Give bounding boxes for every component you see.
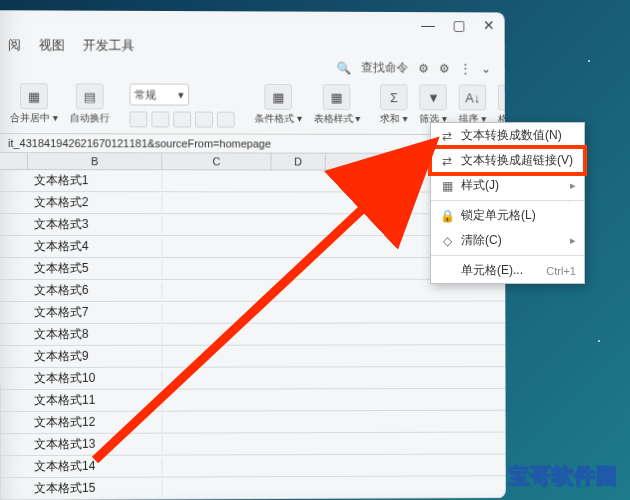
- wrap-text-label: 自动换行: [70, 111, 110, 125]
- cell[interactable]: 文本格式1: [28, 172, 162, 189]
- menu-icon[interactable]: ⋮: [460, 61, 472, 75]
- maximize-button[interactable]: ▢: [453, 17, 466, 33]
- chevron-down-icon[interactable]: ▾: [403, 113, 408, 124]
- titlebar: — ▢ ✕: [0, 10, 505, 38]
- close-button[interactable]: ✕: [483, 17, 495, 33]
- chevron-down-icon[interactable]: ▾: [297, 113, 302, 124]
- text-to-hyperlink-icon: ⇄: [439, 154, 455, 168]
- number-format-select[interactable]: 常规▾: [129, 84, 189, 106]
- select-all-corner[interactable]: [0, 153, 28, 169]
- cell[interactable]: 文本格式13: [28, 436, 163, 453]
- cell[interactable]: 文本格式5: [28, 260, 162, 277]
- clear-icon: ◇: [439, 234, 455, 248]
- table-row[interactable]: 文本格式7: [0, 302, 505, 324]
- gear-icon[interactable]: ⚙: [439, 61, 450, 75]
- search-icon: 🔍: [336, 61, 351, 75]
- search-input[interactable]: 查找命令: [361, 59, 408, 76]
- tab-read[interactable]: 阅: [8, 36, 21, 54]
- merge-center-icon[interactable]: ▦: [20, 83, 48, 109]
- cell[interactable]: 文本格式14: [28, 458, 163, 475]
- menu-style[interactable]: ▦ 样式(J) ▸: [431, 173, 584, 198]
- decrease-decimal-icon[interactable]: [217, 112, 235, 128]
- wrap-text-icon[interactable]: ▤: [76, 83, 104, 109]
- conditional-format-icon[interactable]: ▦: [264, 84, 292, 110]
- cell[interactable]: 文本格式3: [28, 216, 162, 233]
- sort-icon[interactable]: A↓: [459, 85, 487, 111]
- table-style-label: 表格样式: [313, 113, 353, 124]
- table-row[interactable]: 文本格式8: [0, 323, 505, 346]
- minimize-button[interactable]: —: [421, 17, 435, 33]
- increase-decimal-icon[interactable]: [195, 112, 213, 128]
- filter-icon[interactable]: ▼: [420, 84, 448, 110]
- menu-cells[interactable]: 单元格(E)... Ctrl+1: [431, 258, 584, 283]
- cell[interactable]: 文本格式12: [28, 414, 163, 431]
- cell[interactable]: 文本格式4: [28, 238, 162, 255]
- cell[interactable]: 文本格式8: [28, 326, 163, 343]
- menu-text-to-number[interactable]: ⇄ 文本转换成数值(N): [431, 123, 584, 148]
- cell[interactable]: 文本格式10: [28, 370, 163, 387]
- lock-icon: 🔒: [439, 209, 455, 223]
- col-header-c[interactable]: C: [162, 153, 271, 169]
- menu-lock-cell[interactable]: 🔒 锁定单元格(L): [431, 203, 584, 228]
- table-row[interactable]: 文本格式11: [0, 389, 506, 412]
- col-header-b[interactable]: B: [28, 153, 162, 169]
- comma-icon[interactable]: [173, 112, 191, 128]
- table-row[interactable]: 文本格式13: [0, 433, 506, 457]
- cell[interactable]: 文本格式15: [28, 480, 163, 498]
- cell[interactable]: 文本格式7: [28, 304, 163, 321]
- table-row[interactable]: 文本格式12: [0, 411, 506, 434]
- cell[interactable]: 文本格式9: [28, 348, 163, 365]
- sum-icon[interactable]: Σ: [380, 84, 408, 110]
- currency-icon[interactable]: [129, 111, 147, 127]
- table-style-icon[interactable]: ▦: [323, 84, 351, 110]
- col-header-d[interactable]: D: [271, 154, 325, 170]
- table-row[interactable]: 文本格式10: [0, 367, 505, 390]
- merge-center-label: 合并居中: [10, 112, 50, 123]
- settings-icon[interactable]: ⚙: [418, 61, 429, 75]
- conditional-format-label: 条件格式: [254, 113, 294, 124]
- ribbon-tabs: 阅 视图 开发工具: [0, 36, 505, 56]
- table-row[interactable]: 文本格式9: [0, 345, 505, 368]
- chevron-down-icon[interactable]: ▾: [356, 113, 361, 124]
- table-row[interactable]: 文本格式14: [0, 454, 506, 478]
- menu-text-to-hyperlink[interactable]: ⇄ 文本转换成超链接(V): [431, 148, 584, 173]
- sum-label: 求和: [380, 113, 400, 124]
- cell[interactable]: 文本格式11: [28, 392, 163, 409]
- tab-devtools[interactable]: 开发工具: [83, 37, 135, 55]
- watermark: 宝哥软件园: [508, 462, 618, 490]
- text-to-number-icon: ⇄: [439, 129, 455, 143]
- percent-icon[interactable]: [151, 111, 169, 127]
- table-row[interactable]: 文本格式15: [0, 476, 506, 500]
- menu-clear[interactable]: ◇ 清除(C) ▸: [431, 228, 584, 253]
- col-header-l[interactable]: L: [326, 154, 415, 170]
- style-icon: ▦: [439, 179, 455, 193]
- chevron-down-icon[interactable]: ▾: [53, 112, 58, 123]
- format-icon[interactable]: ▦: [498, 85, 506, 111]
- cell[interactable]: 文本格式2: [28, 194, 162, 211]
- cell[interactable]: 文本格式6: [28, 282, 163, 299]
- format-dropdown-menu: ⇄ 文本转换成数值(N) ⇄ 文本转换成超链接(V) ▦ 样式(J) ▸ 🔒 锁…: [430, 122, 585, 284]
- tab-view[interactable]: 视图: [39, 36, 65, 54]
- expand-icon[interactable]: ⌄: [481, 61, 491, 75]
